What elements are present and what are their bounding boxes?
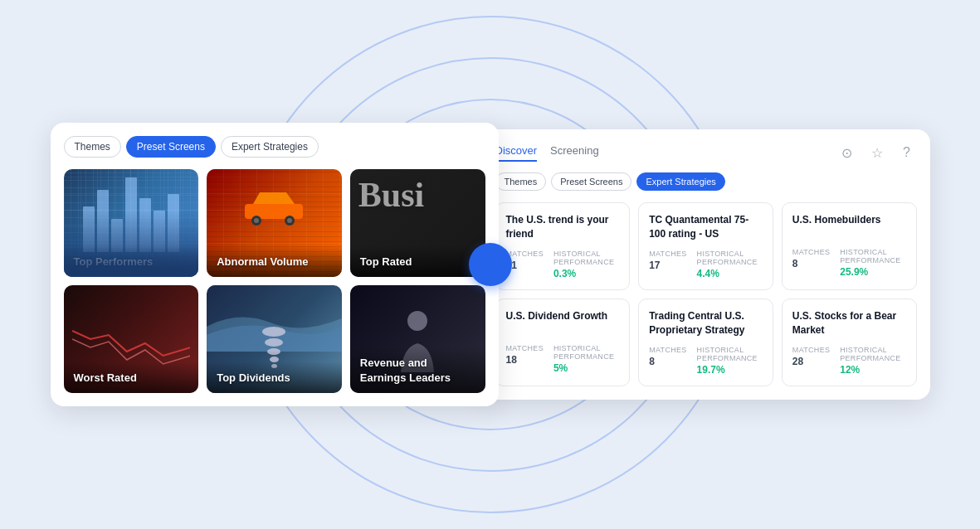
car-svg (236, 186, 311, 227)
perf-label-6: Historical Performance (840, 346, 905, 362)
buildings-visual (64, 177, 199, 252)
stat-perf-2: Historical Performance 4.4% (697, 250, 763, 279)
strategy-title-3: U.S. Homebuilders (792, 213, 906, 240)
strategy-stats-1: Matches 31 Historical Performance 0.3% (506, 250, 620, 279)
building-6 (154, 211, 165, 252)
matches-value-5: 8 (649, 356, 686, 367)
building-5 (139, 198, 151, 252)
perf-label-3: Historical Performance (840, 248, 905, 264)
matches-label-1: Matches (506, 250, 544, 258)
card-overlay-6: Revenue and Earnings Leaders (350, 347, 485, 393)
stone-3 (267, 348, 280, 355)
card-abnormal-volume-label: Abnormal Volume (217, 255, 308, 268)
tab-expert-strategies[interactable]: Expert Strategies (221, 136, 319, 158)
perf-value-4: 5% (553, 362, 619, 374)
perf-label-1: Historical Performance (553, 250, 619, 266)
card-top-performers[interactable]: Top Performers (64, 169, 199, 277)
strategy-card-6[interactable]: U.S. Stocks for a Bear Market Matches 28… (782, 298, 917, 386)
strategy-title-2: TC Quantamental 75-100 rating - US (649, 213, 763, 241)
card-abnormal-volume[interactable]: Abnormal Volume (207, 169, 342, 277)
tab-preset-screens[interactable]: Preset Screens (126, 136, 216, 158)
filter-preset-screens[interactable]: Preset Screens (551, 172, 631, 191)
strategy-title-6: U.S. Stocks for a Bear Market (792, 309, 906, 337)
stone-1 (262, 327, 285, 337)
matches-label-6: Matches (792, 346, 830, 354)
card-revenue-label: Revenue and Earnings Leaders (360, 357, 451, 384)
strategies-grid: The U.S. trend is your friend Matches 31… (495, 202, 917, 386)
star-icon[interactable]: ☆ (867, 143, 887, 163)
strategy-card-5[interactable]: Trading Central U.S. Proprietary Strateg… (638, 298, 773, 386)
strategy-stats-3: Matches 8 Historical Performance 25.9% (792, 248, 906, 278)
filter-tabs: Themes Preset Screens Expert Strategies (495, 172, 917, 191)
strategy-title-5: Trading Central U.S. Proprietary Strateg… (649, 309, 763, 337)
stat-matches-6: Matches 28 (792, 346, 830, 376)
filter-themes[interactable]: Themes (495, 172, 547, 191)
stat-perf-6: Historical Performance 12% (840, 346, 905, 376)
center-action-button[interactable] (469, 243, 512, 286)
stat-perf-1: Historical Performance 0.3% (553, 250, 619, 279)
matches-label-2: Matches (649, 250, 686, 258)
matches-label-4: Matches (506, 344, 544, 352)
building-3 (111, 219, 123, 252)
strategy-stats-6: Matches 28 Historical Performance 12% (792, 346, 906, 376)
tab-themes[interactable]: Themes (64, 136, 121, 158)
card-overlay-4: Worst Rated (64, 362, 199, 393)
card-overlay: Top Performers (64, 245, 199, 277)
card-revenue-earnings[interactable]: Revenue and Earnings Leaders (350, 285, 485, 393)
stat-matches-4: Matches 18 (506, 344, 544, 374)
stat-matches-2: Matches 17 (649, 250, 686, 279)
stat-matches-5: Matches 8 (649, 346, 686, 376)
compass-icon[interactable]: ⊙ (837, 143, 857, 163)
strategy-card-4[interactable]: U.S. Dividend Growth Matches 18 Historic… (495, 298, 631, 386)
strategy-title-1: The U.S. trend is your friend (506, 213, 620, 241)
card-overlay-3: Top Rated (350, 245, 485, 277)
car-visual (207, 186, 342, 227)
strategy-title-4: U.S. Dividend Growth (506, 309, 620, 336)
help-icon[interactable]: ? (897, 143, 917, 163)
strategy-stats-4: Matches 18 Historical Performance 5% (506, 344, 620, 374)
filter-expert-strategies[interactable]: Expert Strategies (636, 172, 724, 191)
matches-value-3: 8 (792, 258, 830, 269)
strategy-card-1[interactable]: The U.S. trend is your friend Matches 31… (495, 202, 631, 290)
matches-value-2: 17 (649, 260, 686, 271)
svg-point-2 (254, 218, 259, 223)
right-header: Discover Screening ⊙ ☆ ? (495, 143, 917, 163)
building-1 (83, 206, 95, 252)
tab-discover[interactable]: Discover (495, 144, 538, 162)
building-7 (168, 194, 179, 252)
card-top-dividends[interactable]: Top Dividends (207, 285, 342, 393)
left-tabs: Themes Preset Screens Expert Strategies (64, 136, 485, 158)
card-overlay-5: Top Dividends (207, 362, 342, 393)
perf-value-1: 0.3% (553, 268, 619, 279)
card-top-dividends-label: Top Dividends (217, 371, 290, 384)
tab-screening[interactable]: Screening (550, 144, 599, 162)
strategy-card-2[interactable]: TC Quantamental 75-100 rating - US Match… (638, 202, 773, 290)
stat-perf-4: Historical Performance 5% (553, 344, 619, 374)
card-top-rated-label: Top Rated (360, 255, 412, 268)
card-top-rated[interactable]: Busi Top Rated (350, 169, 485, 277)
perf-value-3: 25.9% (840, 266, 905, 278)
right-panel: Discover Screening ⊙ ☆ ? Themes Preset S… (482, 129, 930, 399)
strategy-stats-2: Matches 17 Historical Performance 4.4% (649, 250, 763, 279)
perf-label-2: Historical Performance (697, 250, 763, 266)
svg-point-5 (407, 311, 427, 331)
building-4 (125, 177, 137, 252)
stat-perf-3: Historical Performance 25.9% (840, 248, 905, 278)
right-nav-tabs: Discover Screening (495, 144, 599, 162)
card-worst-rated[interactable]: Worst Rated (64, 285, 199, 393)
card-worst-rated-label: Worst Rated (74, 371, 137, 384)
matches-label-3: Matches (792, 248, 830, 256)
stat-perf-5: Historical Performance 19.7% (697, 346, 763, 376)
card-top-performers-label: Top Performers (74, 255, 154, 268)
strategy-card-3[interactable]: U.S. Homebuilders Matches 8 Historical P… (782, 202, 917, 290)
building-2 (97, 190, 109, 252)
perf-value-6: 12% (840, 364, 905, 376)
strategy-stats-5: Matches 8 Historical Performance 19.7% (649, 346, 763, 376)
svg-point-4 (287, 218, 292, 223)
card-overlay-2: Abnormal Volume (207, 245, 342, 277)
matches-value-4: 18 (506, 354, 544, 366)
stat-matches-3: Matches 8 (792, 248, 830, 278)
chart-svg (72, 318, 191, 368)
header-icons: ⊙ ☆ ? (837, 143, 917, 163)
matches-value-6: 28 (792, 356, 830, 367)
